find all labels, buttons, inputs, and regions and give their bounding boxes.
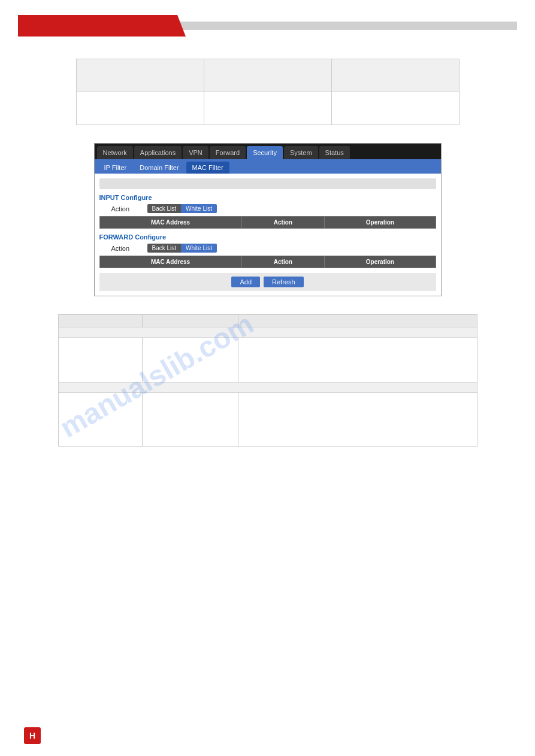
filter-bar — [99, 178, 436, 189]
bottom-table-header-3 — [238, 315, 477, 327]
input-col-mac: MAC Address — [99, 217, 241, 229]
input-white-list-button[interactable]: White List — [181, 204, 217, 213]
input-black-list-button[interactable]: Back List — [147, 204, 182, 213]
sub-tabs: IP Filter Domain Filter MAC Filter — [95, 159, 441, 174]
forward-list-buttons: Back List White List — [147, 244, 217, 253]
footer-logo: H — [24, 727, 41, 744]
nav-tab-applications[interactable]: Applications — [134, 146, 182, 159]
nav-tab-system[interactable]: System — [284, 146, 318, 159]
top-table-cell-1 — [76, 92, 204, 125]
forward-col-action: Action — [241, 256, 325, 268]
router-ui-screenshot: Network Applications VPN Forward Securit… — [94, 143, 442, 296]
bottom-table-section1 — [58, 327, 477, 338]
sub-tab-mac-filter[interactable]: MAC Filter — [186, 162, 229, 174]
nav-tab-forward[interactable]: Forward — [210, 146, 246, 159]
bottom-table-row1-col3 — [238, 338, 477, 382]
input-col-operation: Operation — [325, 217, 436, 229]
bottom-table-row2-col1 — [58, 393, 142, 447]
bottom-table-section2 — [58, 382, 477, 393]
top-table-header-1 — [76, 59, 204, 92]
nav-tab-network[interactable]: Network — [97, 146, 133, 159]
nav-tab-vpn[interactable]: VPN — [183, 146, 208, 159]
input-list-buttons: Back List White List — [147, 204, 217, 213]
top-table-header-3 — [331, 59, 459, 92]
nav-tab-status[interactable]: Status — [319, 146, 350, 159]
forward-black-list-button[interactable]: Back List — [147, 244, 182, 253]
bottom-table-row1-col1 — [58, 338, 142, 382]
bottom-action-bar: Add Refresh — [99, 273, 436, 291]
bottom-table-row2-col2 — [142, 393, 238, 447]
header-gray-bar — [180, 22, 517, 30]
forward-white-list-button[interactable]: White List — [181, 244, 217, 253]
sub-tab-ip-filter[interactable]: IP Filter — [98, 162, 133, 174]
forward-col-mac: MAC Address — [99, 256, 241, 268]
add-button[interactable]: Add — [231, 277, 260, 287]
forward-configure-title: FORWARD Configure — [99, 233, 436, 241]
bottom-table-header-1 — [58, 315, 142, 327]
forward-action-label: Action — [111, 245, 141, 252]
forward-col-operation: Operation — [325, 256, 436, 268]
input-action-label: Action — [111, 205, 141, 212]
nav-tabs: Network Applications VPN Forward Securit… — [95, 144, 441, 159]
bottom-doc-table-wrap — [58, 314, 477, 447]
forward-data-table: MAC Address Action Operation — [99, 256, 436, 268]
main-content: INPUT Configure Action Back List White L… — [95, 174, 441, 296]
top-table-cell-2 — [204, 92, 331, 125]
top-table-header-2 — [204, 59, 331, 92]
bottom-doc-table — [58, 314, 477, 447]
header-bar — [18, 11, 517, 41]
refresh-button[interactable]: Refresh — [264, 277, 304, 287]
input-data-table: MAC Address Action Operation — [99, 216, 436, 229]
bottom-table-header-2 — [142, 315, 238, 327]
input-action-row: Action Back List White List — [99, 204, 436, 213]
forward-action-row: Action Back List White List — [99, 244, 436, 253]
top-table — [76, 59, 460, 125]
input-configure-title: INPUT Configure — [99, 194, 436, 201]
sub-tab-domain-filter[interactable]: Domain Filter — [134, 162, 185, 174]
header-red-accent — [18, 15, 186, 37]
bottom-table-row2-col3 — [238, 393, 477, 447]
top-table-cell-3 — [331, 92, 459, 125]
bottom-table-row1-col2 — [142, 338, 238, 382]
nav-tab-security[interactable]: Security — [247, 146, 283, 159]
input-col-action: Action — [241, 217, 325, 229]
